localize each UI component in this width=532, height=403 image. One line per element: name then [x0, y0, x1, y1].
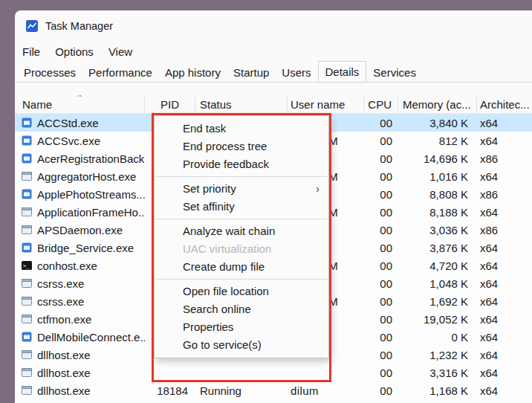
- app-icon: [21, 331, 33, 343]
- menubar-item-view[interactable]: View: [101, 43, 140, 60]
- exe-icon: [21, 313, 33, 325]
- cell-mem: 3,036 K: [398, 224, 477, 236]
- context-menu-item-go-to-service-s[interactable]: Go to service(s): [155, 336, 328, 354]
- context-menu-item-properties[interactable]: Properties: [155, 318, 328, 336]
- context-menu-item-end-process-tree[interactable]: End process tree: [155, 138, 328, 155]
- cell-mem: 0 K: [398, 331, 477, 344]
- task-manager-icon: [25, 19, 39, 33]
- column-header-mem[interactable]: Memory (ac...: [398, 95, 477, 113]
- submenu-arrow-icon: ›: [316, 180, 319, 198]
- process-name: dllhost.exe: [37, 367, 91, 379]
- process-name: csrss.exe: [37, 277, 84, 290]
- exe-icon: [21, 277, 33, 289]
- process-name: dllhost.exe: [37, 384, 91, 397]
- context-menu-item-label: Create dump file: [183, 260, 265, 273]
- process-name: APSDaemon.exe: [37, 224, 123, 236]
- context-menu-item-label: Search online: [183, 303, 251, 315]
- cell-mem: 3,840 K: [398, 117, 477, 129]
- menubar-item-options[interactable]: Options: [48, 43, 101, 60]
- context-menu-item-end-task[interactable]: End task: [155, 120, 328, 138]
- cell-arch: x64: [477, 349, 532, 361]
- context-menu-item-analyze-wait-chain[interactable]: Analyze wait chain: [155, 222, 328, 240]
- screenshot-root: { "icons": { "sort_asc": "^", "submenu_a…: [0, 0, 532, 403]
- context-menu-item-provide-feedback[interactable]: Provide feedback: [155, 155, 328, 173]
- context-menu-item-set-priority[interactable]: Set priority›: [155, 180, 328, 198]
- table-row[interactable]: dllhost.exe003,316 Kx64: [15, 364, 532, 381]
- cell-mem: 19,052 K: [398, 313, 477, 326]
- context-menu-item-search-online[interactable]: Search online: [155, 300, 328, 318]
- cell-mem: 4,720 K: [398, 259, 477, 272]
- window-title: Task Manager: [45, 20, 113, 32]
- context-menu-item-create-dump-file[interactable]: Create dump file: [155, 258, 328, 276]
- process-name: csrss.exe: [37, 295, 84, 308]
- column-header-cpu[interactable]: CPU: [364, 95, 398, 113]
- tab-processes[interactable]: Processes: [18, 64, 82, 82]
- tab-strip: ProcessesPerformanceApp historyStartupUs…: [15, 61, 532, 83]
- column-header-label: PID: [160, 98, 179, 111]
- tab-users[interactable]: Users: [276, 64, 317, 82]
- context-menu-item-label: End process tree: [183, 140, 267, 152]
- cell-cpu: 00: [364, 135, 398, 147]
- menu-separator: [155, 219, 328, 219]
- tab-services[interactable]: Services: [367, 64, 422, 82]
- cell-cpu: 00: [364, 313, 398, 326]
- cell-cpu: 00: [364, 242, 398, 254]
- context-menu-item-label: Set affinity: [183, 200, 235, 213]
- context-menu-item-label: Go to service(s): [183, 338, 262, 351]
- exe-icon: [21, 224, 33, 236]
- cell-mem: 3,876 K: [398, 242, 477, 254]
- tab-app-history[interactable]: App history: [159, 64, 227, 82]
- exe-icon: [21, 367, 33, 378]
- cell-pid: 18184: [145, 384, 195, 397]
- cell-cpu: 00: [364, 117, 398, 129]
- svg-text:>_: >_: [23, 263, 30, 269]
- title-bar: Task Manager: [15, 10, 532, 42]
- cell-name: Bridge_Service.exe: [15, 242, 145, 254]
- cell-cpu: 00: [364, 259, 398, 272]
- column-header-name[interactable]: ^Name: [15, 95, 145, 113]
- column-header-user[interactable]: User name: [288, 95, 364, 113]
- menu-separator: [155, 279, 328, 280]
- exe-icon: [21, 349, 33, 361]
- column-header-status[interactable]: Status: [195, 95, 288, 113]
- column-header-pid[interactable]: PID: [145, 95, 195, 113]
- table-row[interactable]: dllhost.exe18184Runningdilum001,168 Kx64: [15, 381, 532, 399]
- cell-mem: 812 K: [398, 135, 477, 147]
- process-name: ApplicationFrameHo...: [37, 206, 145, 219]
- menu-separator: [155, 176, 328, 177]
- process-name: conhost.exe: [37, 259, 97, 272]
- app-icon: [21, 135, 33, 146]
- sort-ascending-icon: ^: [77, 95, 81, 101]
- cell-cpu: 00: [364, 331, 398, 344]
- cell-cpu: 00: [364, 152, 398, 165]
- column-header-label: Memory (ac...: [403, 98, 471, 111]
- exe-icon: [21, 170, 33, 182]
- cell-mem: 1,168 K: [398, 384, 477, 397]
- context-menu-item-label: Analyze wait chain: [183, 225, 275, 237]
- context-menu-item-open-file-location[interactable]: Open file location: [155, 283, 328, 300]
- context-menu-item-label: Open file location: [183, 285, 269, 297]
- cell-cpu: 00: [364, 295, 398, 308]
- cell-cpu: 00: [364, 170, 398, 183]
- process-name: DellMobileConnect.e...: [37, 331, 145, 344]
- cell-name: AggregatorHost.exe: [15, 170, 145, 183]
- tab-details[interactable]: Details: [318, 61, 367, 83]
- cell-mem: 1,048 K: [398, 277, 477, 290]
- cell-name: ctfmon.exe: [15, 313, 145, 326]
- cell-arch: x86: [477, 188, 532, 201]
- cell-name: AcerRegistrationBack...: [15, 152, 145, 165]
- column-header-label: Architec...: [480, 98, 530, 111]
- tab-performance[interactable]: Performance: [82, 64, 158, 82]
- cell-cpu: 00: [364, 367, 398, 379]
- column-header-arch[interactable]: Architec...: [477, 95, 532, 113]
- cell-arch: x64: [477, 259, 532, 272]
- cell-arch: x64: [477, 277, 532, 290]
- menubar-item-file[interactable]: File: [15, 43, 48, 60]
- process-name: ApplePhotoStreams....: [37, 188, 145, 201]
- context-menu-item-set-affinity[interactable]: Set affinity: [155, 198, 328, 216]
- context-menu-item-label: End task: [183, 122, 226, 135]
- cell-mem: 8,188 K: [398, 206, 477, 219]
- cell-arch: x86: [477, 152, 532, 165]
- tab-startup[interactable]: Startup: [227, 64, 275, 82]
- context-menu-item-label: Properties: [183, 320, 233, 333]
